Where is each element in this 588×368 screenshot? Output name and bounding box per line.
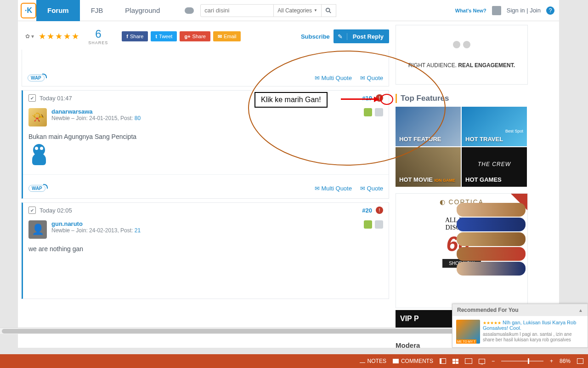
top-features-heading: Top Features: [396, 94, 528, 103]
cloud-icon: [185, 7, 194, 14]
whats-new-link[interactable]: What's New?: [455, 8, 486, 13]
quote-link[interactable]: ✉ Quote: [360, 75, 383, 81]
user-icon: [492, 6, 501, 15]
powerpoint-statusbar: NOTES COMMENTS − + 86%: [0, 354, 588, 368]
gear-icon[interactable]: ✿ ▾: [25, 33, 34, 40]
feature-hot-movie[interactable]: HOT MOVIE ION GAME: [396, 147, 461, 187]
search-input[interactable]: [200, 4, 274, 17]
multi-quote-link[interactable]: ✉ Multi Quote: [315, 185, 352, 192]
kaskus-logo[interactable]: ·K: [21, 3, 36, 18]
wap-badge: WAP: [28, 185, 45, 192]
zoom-slider[interactable]: [501, 361, 543, 362]
recommended-title: Recommended For You: [457, 307, 519, 313]
sidebar-ad[interactable]: RIGHT AUDIENCE. REAL ENGAGEMENT.: [396, 25, 528, 85]
nav-fjb[interactable]: FJB: [80, 0, 114, 21]
report-icon[interactable]: !: [376, 207, 383, 214]
user-meta: Newbie – Join: 24-02-2013, Post: 21: [51, 227, 141, 234]
share-twitter-button[interactable]: tTweet: [151, 31, 177, 41]
reading-view-button[interactable]: [465, 358, 472, 364]
svg-line-1: [329, 11, 331, 13]
recommended-thumbnail[interactable]: ME TO MY T: [456, 320, 480, 344]
post-permalink[interactable]: #19: [362, 95, 372, 102]
android-icon: [364, 108, 372, 116]
post-permalink[interactable]: #20: [362, 207, 372, 214]
feature-hot-travel[interactable]: Best SpotHOT TRAVEL: [462, 107, 527, 146]
normal-view-button[interactable]: [440, 358, 446, 364]
post-count-link[interactable]: 21: [135, 227, 141, 234]
post-timestamp: Today 01:47: [40, 95, 72, 102]
slideshow-button[interactable]: [479, 359, 485, 364]
features-grid: HOT FEATURE Best SpotHOT TRAVEL HOT MOVI…: [396, 107, 528, 187]
username-link[interactable]: gun.naruto: [51, 220, 141, 227]
multi-quote-link[interactable]: ✉ Multi Quote: [315, 75, 352, 81]
recommended-popup: Recommended For You▲ ME TO MY T ★★★★★ NI…: [452, 304, 588, 348]
feature-hot-games[interactable]: THE CREWHOT GAMES: [462, 147, 527, 187]
username-link[interactable]: danarwarsawa: [51, 108, 141, 115]
post-count-link[interactable]: 80: [135, 115, 141, 121]
user-avatar[interactable]: 📯: [28, 108, 47, 126]
fit-window-button[interactable]: [577, 358, 583, 364]
join-link[interactable]: Join: [530, 7, 541, 14]
feature-hot-feature[interactable]: HOT FEATURE: [396, 107, 461, 146]
post-body: Bukan main Agungnya Sang Pencipta: [23, 131, 389, 174]
post-timestamp: Today 02:05: [40, 207, 72, 214]
product-images: [457, 203, 526, 276]
collapse-icon[interactable]: ▲: [578, 308, 583, 313]
top-navbar: ·K Forum FJB Playground All Categories▼ …: [18, 0, 559, 21]
quote-link[interactable]: ✉ Quote: [360, 185, 383, 192]
share-gplus-button[interactable]: g+Share: [180, 31, 210, 41]
star-icon: ★★★★★: [483, 321, 501, 325]
user-meta: Newbie – Join: 24-01-2015, Post: 80: [51, 115, 141, 121]
comments-button[interactable]: COMMENTS: [393, 358, 433, 364]
search-icon: [325, 7, 332, 14]
nav-forum[interactable]: Forum: [36, 0, 80, 21]
select-post-checkbox[interactable]: ✔: [28, 207, 36, 214]
share-facebook-button[interactable]: fShare: [122, 31, 148, 41]
notes-button[interactable]: NOTES: [360, 358, 386, 364]
category-select[interactable]: All Categories▼: [274, 4, 322, 17]
user-avatar[interactable]: 👤: [28, 220, 47, 239]
sidebar-ad-2[interactable]: ◐ CORTIÇA M E N ALL ITEMS DISCOUNT 60% S…: [396, 193, 528, 308]
ad-slogan: RIGHT AUDIENCE. REAL ENGAGEMENT.: [408, 62, 515, 69]
select-post-checkbox[interactable]: ✔: [28, 94, 36, 102]
thread-rating[interactable]: ★★★★★: [39, 31, 79, 41]
chevron-down-icon: ▼: [314, 8, 317, 12]
share-email-button[interactable]: ✉Email: [213, 31, 241, 41]
recommended-snippet: assalamualaikum I pagi an. santai , izin…: [483, 332, 584, 343]
share-count: 6 SHARES: [88, 28, 108, 45]
forum-post: ✔ Today 02:05 #20 ! 👤 gun.naruto Newbie …: [22, 202, 389, 299]
post-reply-button[interactable]: ✎ Post Reply: [334, 29, 389, 43]
emoticon-icon: [28, 144, 50, 165]
star-icon: ★: [39, 31, 46, 41]
pencil-icon: ✎: [334, 33, 347, 40]
forum-post: ✔ Today 01:47 #19 ! 📯 danarwarsawa Newbi…: [22, 90, 389, 199]
post-body: we are nothing gan: [23, 243, 389, 262]
svg-point-0: [326, 8, 330, 12]
android-icon: [364, 220, 372, 229]
quote-bar: WAP ✉ Multi Quote ✉ Quote: [22, 50, 389, 86]
report-icon[interactable]: !: [376, 94, 383, 102]
nav-playground[interactable]: Playground: [114, 0, 171, 21]
sorter-view-button[interactable]: [452, 359, 458, 364]
thread-toolbar: ✿ ▾ ★★★★★ 6 SHARES fShare tTweet g+Share…: [22, 25, 389, 50]
search-button[interactable]: [322, 4, 336, 17]
device-icon: [375, 108, 383, 116]
help-icon[interactable]: ?: [546, 6, 554, 15]
device-icon: [375, 220, 383, 229]
wap-badge: WAP: [28, 75, 45, 81]
zoom-percent[interactable]: 86%: [560, 358, 571, 364]
subscribe-link[interactable]: Subscribe: [301, 33, 330, 40]
zoom-out-button[interactable]: −: [492, 358, 495, 364]
signin-link[interactable]: Sign in: [507, 7, 525, 14]
zoom-in-button[interactable]: +: [550, 358, 553, 364]
